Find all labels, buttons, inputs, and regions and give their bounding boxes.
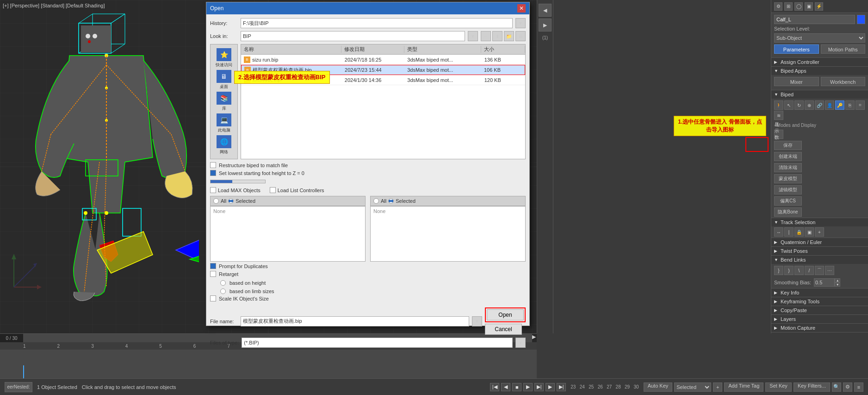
- rp-icon-utils[interactable]: ⚡: [815, 2, 823, 11]
- dialog-filetype-input[interactable]: [242, 338, 513, 348]
- rp-mixer-btn[interactable]: Mixer: [774, 77, 819, 86]
- rp-skin-model-btn[interactable]: 蒙皮模型: [774, 174, 802, 183]
- dialog-tb-back[interactable]: ←: [481, 31, 491, 41]
- rp-biped-icon-cursor[interactable]: ↖: [784, 100, 794, 110]
- dialog-history-dropdown[interactable]: ▼: [515, 18, 526, 28]
- rp-icon-motion[interactable]: ⚙: [774, 2, 782, 11]
- rp-color-swatch[interactable]: [857, 15, 865, 24]
- rp-smoothing-input[interactable]: [814, 278, 835, 287]
- ds-library[interactable]: 📚 库: [213, 92, 235, 112]
- pb-play-selected[interactable]: ▶|: [534, 383, 544, 391]
- rp-biped-icon-walk[interactable]: 🚶: [774, 100, 783, 110]
- rp-biped-icon-link[interactable]: 🔗: [815, 100, 824, 110]
- rp-bone-btn[interactable]: 隐离Bone: [774, 207, 802, 217]
- dialog-open-button[interactable]: Open: [487, 309, 524, 320]
- file-row-0[interactable]: B sizu run.bip 2024/7/18 16:25 3dsMax bi…: [241, 55, 525, 65]
- dialog-retarget-checkbox[interactable]: [210, 271, 216, 277]
- between-panel-btn2[interactable]: ▶: [539, 19, 552, 31]
- rp-icon-hierarchy[interactable]: ⊞: [784, 2, 793, 11]
- ds-quick-access[interactable]: ⭐ 快速访问: [213, 48, 235, 68]
- selected-dropdown[interactable]: Selected: [674, 382, 711, 392]
- rp-biped-icon-plus[interactable]: ⊕: [805, 100, 814, 110]
- dialog-filename-input[interactable]: [241, 316, 469, 326]
- rp-biped-icon-paste[interactable]: ⌗: [856, 100, 865, 110]
- rp-track-icon-cursor[interactable]: |: [784, 227, 794, 237]
- pb-next-frame[interactable]: ▶: [546, 383, 555, 391]
- rp-icon-display[interactable]: ▣: [805, 2, 813, 11]
- rp-track-icon-move[interactable]: ↔: [774, 227, 783, 237]
- rp-track-icon-lock[interactable]: 🔒: [794, 227, 804, 237]
- rp-dynamics-header[interactable]: ▶ Dynamics & Adaptation: [771, 332, 868, 333]
- dialog-selected-radio[interactable]: [228, 198, 234, 204]
- between-panel-btn1[interactable]: ◀: [539, 4, 552, 17]
- dialog-selected-radio2[interactable]: [388, 198, 394, 204]
- add-time-tag-icon[interactable]: +: [713, 382, 722, 392]
- rp-quaternion-header[interactable]: ▶ Quaternion / Euler: [771, 238, 868, 246]
- rp-workbench-btn[interactable]: Workbench: [821, 77, 866, 86]
- add-time-tag-btn[interactable]: Add Time Tag: [724, 382, 763, 392]
- dialog-cancel-button[interactable]: Cancel: [485, 324, 522, 335]
- rp-assign-controller-header[interactable]: ▶ Assign Controller: [771, 57, 868, 66]
- rp-track-icon-add[interactable]: +: [815, 227, 824, 237]
- rp-motion-paths-btn[interactable]: Motion Paths: [821, 44, 866, 54]
- dialog-load-max-checkbox[interactable]: [210, 187, 216, 193]
- rp-create-ambient-btn[interactable]: 创建末端: [774, 152, 802, 161]
- dialog-tb-up[interactable]: ⬆: [492, 31, 502, 41]
- dialog-load-list-checkbox[interactable]: [270, 187, 276, 193]
- rp-bend-icon1[interactable]: }: [774, 266, 783, 275]
- rp-biped-icon-rotate[interactable]: ↻: [794, 100, 804, 110]
- rp-bend-icon2[interactable]: ): [784, 266, 794, 275]
- rp-name-input[interactable]: [774, 15, 855, 24]
- rp-sub-object-select[interactable]: Sub-Object: [774, 33, 865, 43]
- rp-keyframing-header[interactable]: ▶ Keyframing Tools: [771, 297, 868, 306]
- rp-smoothing-down[interactable]: ▼: [835, 282, 840, 287]
- rp-layers-header[interactable]: ▶ Layers: [771, 314, 868, 323]
- rp-track-icon-filter[interactable]: ▣: [805, 227, 814, 237]
- rp-biped-header[interactable]: ▼ Biped: [771, 90, 868, 99]
- dialog-limb-radio[interactable]: [220, 288, 226, 294]
- dialog-tb-view[interactable]: ☰: [515, 31, 526, 41]
- rp-bend-icon6[interactable]: ⋯: [825, 266, 834, 275]
- rp-twist-header[interactable]: ▶ Twist Poses: [771, 246, 868, 255]
- timeline-resize[interactable]: ▶: [532, 334, 537, 342]
- pb-go-start[interactable]: |◀: [490, 383, 499, 391]
- rp-bend-header[interactable]: ▼ Bend Links: [771, 255, 868, 264]
- dialog-filename-dropdown[interactable]: ▼: [472, 316, 482, 326]
- pb-go-end[interactable]: ▶|: [557, 383, 566, 391]
- extra-icon[interactable]: ≡: [854, 382, 863, 392]
- set-key-btn[interactable]: Set Key: [765, 382, 792, 392]
- dialog-history-input[interactable]: [241, 18, 513, 28]
- rp-bend-icon5[interactable]: ⌒: [815, 266, 824, 275]
- rp-clear-btn[interactable]: 清除末端: [774, 163, 802, 172]
- rp-key-info-header[interactable]: ▶ Key Info: [771, 288, 868, 297]
- search-icon[interactable]: 🔍: [832, 382, 841, 392]
- rp-track-selection-header[interactable]: ▼ Track Selection: [771, 218, 868, 226]
- pb-prev-frame[interactable]: ◀: [501, 383, 510, 391]
- dialog-all-radio[interactable]: [213, 198, 219, 204]
- rp-biped-icon-copy[interactable]: ⎘: [845, 100, 855, 110]
- dialog-set-lowest-checkbox[interactable]: [210, 170, 216, 176]
- pb-play[interactable]: ▶: [523, 383, 533, 391]
- rp-copy-paste-header[interactable]: ▶ Copy/Paste: [771, 306, 868, 314]
- rp-save-btn[interactable]: 保存: [774, 141, 802, 150]
- ds-network[interactable]: 🌐 网络: [213, 135, 235, 155]
- ds-desktop[interactable]: 🖥 桌面: [213, 70, 235, 90]
- pb-stop[interactable]: ■: [512, 383, 521, 391]
- rp-biped-icon-figure[interactable]: 👤: [825, 100, 834, 110]
- dialog-restructure-checkbox[interactable]: [210, 162, 216, 168]
- ds-my-computer[interactable]: 💻 此电脑: [213, 113, 235, 133]
- dialog-scale-ik-checkbox[interactable]: [210, 295, 216, 301]
- rp-motion-capture-header[interactable]: ▶ Motion Capture: [771, 323, 868, 332]
- rp-skin2-btn[interactable]: 滤镜模型: [774, 185, 802, 194]
- rp-icon-modifier[interactable]: ◯: [794, 2, 803, 11]
- rp-display-btn1[interactable]: 显示数组: [774, 130, 783, 139]
- dialog-filetype-dropdown[interactable]: ▼: [515, 338, 526, 348]
- settings-icon[interactable]: ⚙: [843, 382, 852, 392]
- rp-bend-icon4[interactable]: /: [805, 266, 814, 275]
- dialog-prompt-checkbox[interactable]: [210, 263, 216, 269]
- rp-biped-icon-misc[interactable]: ≋: [774, 111, 783, 120]
- rp-biped-icon-key[interactable]: 🔑: [835, 100, 844, 110]
- rp-smoothing-up[interactable]: ▲: [835, 278, 840, 282]
- dialog-tb-new-folder[interactable]: 📁: [504, 31, 514, 41]
- dialog-height-radio[interactable]: [220, 280, 226, 286]
